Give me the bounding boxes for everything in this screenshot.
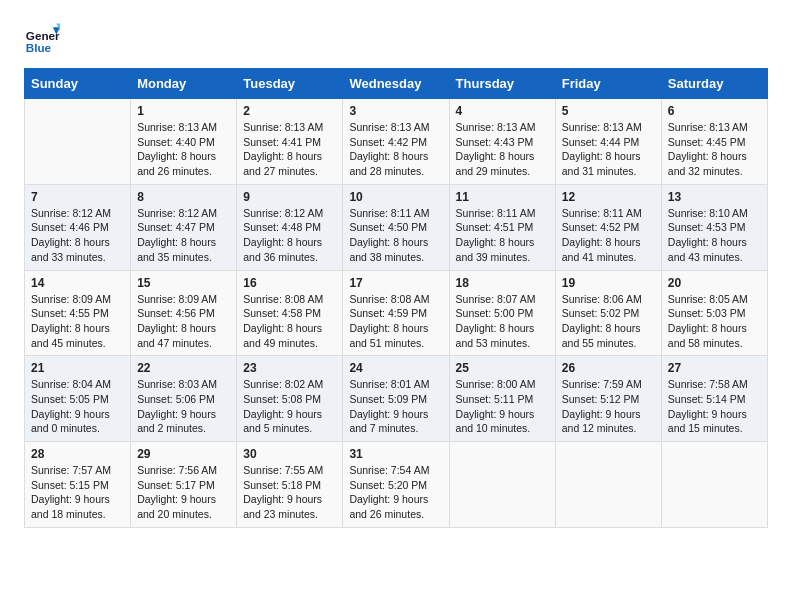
day-number: 19 bbox=[562, 276, 655, 290]
logo-icon: General Blue bbox=[24, 20, 60, 56]
day-number: 7 bbox=[31, 190, 124, 204]
cell-1-2: 1Sunrise: 8:13 AM Sunset: 4:40 PM Daylig… bbox=[131, 99, 237, 185]
day-number: 2 bbox=[243, 104, 336, 118]
day-number: 14 bbox=[31, 276, 124, 290]
week-row-4: 21Sunrise: 8:04 AM Sunset: 5:05 PM Dayli… bbox=[25, 356, 768, 442]
cell-text: Sunrise: 8:12 AM Sunset: 4:48 PM Dayligh… bbox=[243, 206, 336, 265]
col-header-sunday: Sunday bbox=[25, 69, 131, 99]
col-header-tuesday: Tuesday bbox=[237, 69, 343, 99]
cell-5-7 bbox=[661, 442, 767, 528]
cell-3-7: 20Sunrise: 8:05 AM Sunset: 5:03 PM Dayli… bbox=[661, 270, 767, 356]
day-number: 21 bbox=[31, 361, 124, 375]
header: General Blue bbox=[24, 20, 768, 56]
page-container: General Blue SundayMondayTuesdayWednesda… bbox=[0, 0, 792, 544]
cell-4-4: 24Sunrise: 8:01 AM Sunset: 5:09 PM Dayli… bbox=[343, 356, 449, 442]
day-number: 18 bbox=[456, 276, 549, 290]
day-number: 10 bbox=[349, 190, 442, 204]
cell-text: Sunrise: 8:13 AM Sunset: 4:43 PM Dayligh… bbox=[456, 120, 549, 179]
cell-4-7: 27Sunrise: 7:58 AM Sunset: 5:14 PM Dayli… bbox=[661, 356, 767, 442]
cell-text: Sunrise: 8:13 AM Sunset: 4:45 PM Dayligh… bbox=[668, 120, 761, 179]
week-row-3: 14Sunrise: 8:09 AM Sunset: 4:55 PM Dayli… bbox=[25, 270, 768, 356]
day-number: 24 bbox=[349, 361, 442, 375]
cell-5-2: 29Sunrise: 7:56 AM Sunset: 5:17 PM Dayli… bbox=[131, 442, 237, 528]
cell-text: Sunrise: 8:11 AM Sunset: 4:51 PM Dayligh… bbox=[456, 206, 549, 265]
day-number: 27 bbox=[668, 361, 761, 375]
cell-3-1: 14Sunrise: 8:09 AM Sunset: 4:55 PM Dayli… bbox=[25, 270, 131, 356]
cell-4-5: 25Sunrise: 8:00 AM Sunset: 5:11 PM Dayli… bbox=[449, 356, 555, 442]
cell-5-4: 31Sunrise: 7:54 AM Sunset: 5:20 PM Dayli… bbox=[343, 442, 449, 528]
cell-text: Sunrise: 8:13 AM Sunset: 4:44 PM Dayligh… bbox=[562, 120, 655, 179]
cell-text: Sunrise: 8:13 AM Sunset: 4:41 PM Dayligh… bbox=[243, 120, 336, 179]
col-header-friday: Friday bbox=[555, 69, 661, 99]
cell-3-6: 19Sunrise: 8:06 AM Sunset: 5:02 PM Dayli… bbox=[555, 270, 661, 356]
cell-3-5: 18Sunrise: 8:07 AM Sunset: 5:00 PM Dayli… bbox=[449, 270, 555, 356]
cell-text: Sunrise: 8:05 AM Sunset: 5:03 PM Dayligh… bbox=[668, 292, 761, 351]
cell-5-3: 30Sunrise: 7:55 AM Sunset: 5:18 PM Dayli… bbox=[237, 442, 343, 528]
day-number: 9 bbox=[243, 190, 336, 204]
cell-text: Sunrise: 7:54 AM Sunset: 5:20 PM Dayligh… bbox=[349, 463, 442, 522]
cell-text: Sunrise: 8:04 AM Sunset: 5:05 PM Dayligh… bbox=[31, 377, 124, 436]
cell-text: Sunrise: 7:55 AM Sunset: 5:18 PM Dayligh… bbox=[243, 463, 336, 522]
day-number: 11 bbox=[456, 190, 549, 204]
cell-3-4: 17Sunrise: 8:08 AM Sunset: 4:59 PM Dayli… bbox=[343, 270, 449, 356]
svg-text:Blue: Blue bbox=[26, 41, 52, 54]
cell-text: Sunrise: 8:11 AM Sunset: 4:52 PM Dayligh… bbox=[562, 206, 655, 265]
cell-text: Sunrise: 8:07 AM Sunset: 5:00 PM Dayligh… bbox=[456, 292, 549, 351]
day-number: 20 bbox=[668, 276, 761, 290]
cell-2-7: 13Sunrise: 8:10 AM Sunset: 4:53 PM Dayli… bbox=[661, 184, 767, 270]
day-number: 12 bbox=[562, 190, 655, 204]
day-number: 1 bbox=[137, 104, 230, 118]
cell-1-5: 4Sunrise: 8:13 AM Sunset: 4:43 PM Daylig… bbox=[449, 99, 555, 185]
cell-1-7: 6Sunrise: 8:13 AM Sunset: 4:45 PM Daylig… bbox=[661, 99, 767, 185]
col-header-wednesday: Wednesday bbox=[343, 69, 449, 99]
cell-2-2: 8Sunrise: 8:12 AM Sunset: 4:47 PM Daylig… bbox=[131, 184, 237, 270]
day-number: 28 bbox=[31, 447, 124, 461]
cell-3-3: 16Sunrise: 8:08 AM Sunset: 4:58 PM Dayli… bbox=[237, 270, 343, 356]
cell-5-6 bbox=[555, 442, 661, 528]
day-number: 29 bbox=[137, 447, 230, 461]
cell-text: Sunrise: 8:11 AM Sunset: 4:50 PM Dayligh… bbox=[349, 206, 442, 265]
cell-text: Sunrise: 7:57 AM Sunset: 5:15 PM Dayligh… bbox=[31, 463, 124, 522]
week-row-1: 1Sunrise: 8:13 AM Sunset: 4:40 PM Daylig… bbox=[25, 99, 768, 185]
day-number: 3 bbox=[349, 104, 442, 118]
day-number: 30 bbox=[243, 447, 336, 461]
cell-text: Sunrise: 7:56 AM Sunset: 5:17 PM Dayligh… bbox=[137, 463, 230, 522]
cell-text: Sunrise: 8:13 AM Sunset: 4:40 PM Dayligh… bbox=[137, 120, 230, 179]
col-header-saturday: Saturday bbox=[661, 69, 767, 99]
cell-4-6: 26Sunrise: 7:59 AM Sunset: 5:12 PM Dayli… bbox=[555, 356, 661, 442]
cell-3-2: 15Sunrise: 8:09 AM Sunset: 4:56 PM Dayli… bbox=[131, 270, 237, 356]
logo: General Blue bbox=[24, 20, 64, 56]
cell-4-2: 22Sunrise: 8:03 AM Sunset: 5:06 PM Dayli… bbox=[131, 356, 237, 442]
cell-1-6: 5Sunrise: 8:13 AM Sunset: 4:44 PM Daylig… bbox=[555, 99, 661, 185]
cell-text: Sunrise: 8:08 AM Sunset: 4:59 PM Dayligh… bbox=[349, 292, 442, 351]
cell-text: Sunrise: 8:13 AM Sunset: 4:42 PM Dayligh… bbox=[349, 120, 442, 179]
cell-text: Sunrise: 8:00 AM Sunset: 5:11 PM Dayligh… bbox=[456, 377, 549, 436]
cell-text: Sunrise: 8:06 AM Sunset: 5:02 PM Dayligh… bbox=[562, 292, 655, 351]
day-number: 26 bbox=[562, 361, 655, 375]
cell-5-1: 28Sunrise: 7:57 AM Sunset: 5:15 PM Dayli… bbox=[25, 442, 131, 528]
cell-4-1: 21Sunrise: 8:04 AM Sunset: 5:05 PM Dayli… bbox=[25, 356, 131, 442]
cell-text: Sunrise: 8:01 AM Sunset: 5:09 PM Dayligh… bbox=[349, 377, 442, 436]
day-number: 22 bbox=[137, 361, 230, 375]
week-row-2: 7Sunrise: 8:12 AM Sunset: 4:46 PM Daylig… bbox=[25, 184, 768, 270]
calendar-table: SundayMondayTuesdayWednesdayThursdayFrid… bbox=[24, 68, 768, 528]
cell-2-1: 7Sunrise: 8:12 AM Sunset: 4:46 PM Daylig… bbox=[25, 184, 131, 270]
day-number: 6 bbox=[668, 104, 761, 118]
day-number: 13 bbox=[668, 190, 761, 204]
day-number: 23 bbox=[243, 361, 336, 375]
cell-1-1 bbox=[25, 99, 131, 185]
calendar-body: 1Sunrise: 8:13 AM Sunset: 4:40 PM Daylig… bbox=[25, 99, 768, 528]
col-header-thursday: Thursday bbox=[449, 69, 555, 99]
cell-text: Sunrise: 8:08 AM Sunset: 4:58 PM Dayligh… bbox=[243, 292, 336, 351]
week-row-5: 28Sunrise: 7:57 AM Sunset: 5:15 PM Dayli… bbox=[25, 442, 768, 528]
cell-text: Sunrise: 8:09 AM Sunset: 4:56 PM Dayligh… bbox=[137, 292, 230, 351]
day-number: 15 bbox=[137, 276, 230, 290]
col-header-monday: Monday bbox=[131, 69, 237, 99]
cell-2-3: 9Sunrise: 8:12 AM Sunset: 4:48 PM Daylig… bbox=[237, 184, 343, 270]
day-number: 4 bbox=[456, 104, 549, 118]
day-number: 5 bbox=[562, 104, 655, 118]
day-number: 8 bbox=[137, 190, 230, 204]
cell-text: Sunrise: 7:58 AM Sunset: 5:14 PM Dayligh… bbox=[668, 377, 761, 436]
cell-text: Sunrise: 8:09 AM Sunset: 4:55 PM Dayligh… bbox=[31, 292, 124, 351]
cell-1-4: 3Sunrise: 8:13 AM Sunset: 4:42 PM Daylig… bbox=[343, 99, 449, 185]
